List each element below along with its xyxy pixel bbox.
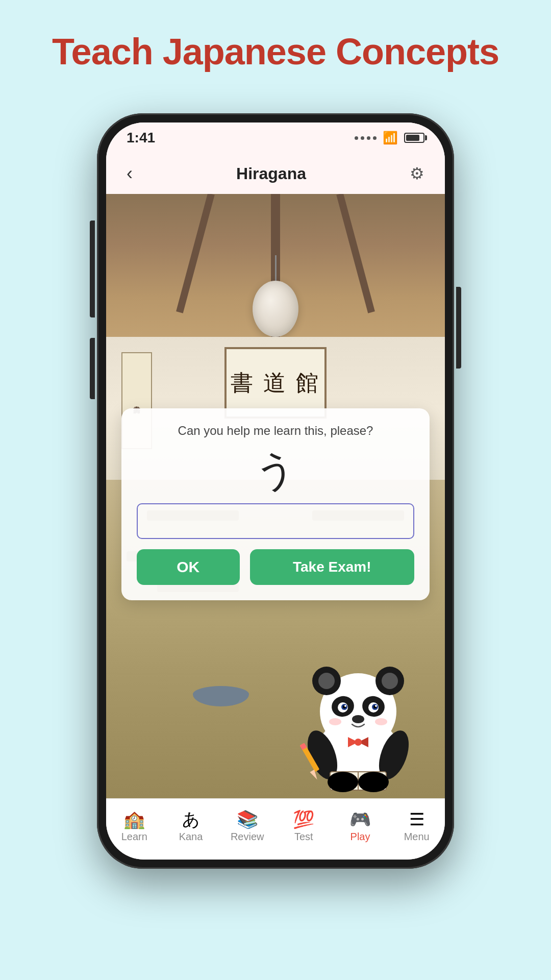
dialogue-box: Can you help me learn this, please? う OK… [121, 408, 430, 600]
lantern-string [275, 255, 277, 281]
page-title: Teach Japanese Concepts [52, 31, 499, 72]
panda-svg [292, 640, 424, 793]
svg-point-30 [358, 772, 389, 792]
content-area: 大書房品 書 道 館 [106, 194, 445, 798]
lantern-body [253, 281, 298, 337]
svg-point-5 [382, 673, 398, 689]
tab-menu[interactable]: ☰ Menu [388, 811, 445, 843]
tab-kana[interactable]: あ Kana [163, 811, 219, 843]
back-button[interactable]: ‹ [127, 163, 133, 184]
tab-review[interactable]: 📚 Review [219, 811, 276, 843]
japanese-character: う [137, 446, 414, 495]
svg-point-21 [355, 739, 362, 746]
beam-right [336, 194, 375, 313]
action-buttons: OK Take Exam! [137, 549, 414, 585]
ok-button[interactable]: OK [137, 549, 240, 585]
nav-title: Hiragana [236, 164, 306, 183]
settings-button[interactable]: ⚙ [410, 164, 424, 183]
dialogue-prompt: Can you help me learn this, please? [137, 424, 414, 438]
menu-label: Menu [404, 831, 430, 843]
cushion-1 [193, 686, 249, 706]
svg-point-17 [329, 718, 341, 725]
learn-icon: 🏫 [123, 811, 145, 828]
take-exam-button[interactable]: Take Exam! [250, 549, 414, 585]
svg-point-16 [352, 715, 364, 723]
status-icons: 📶 [355, 131, 424, 145]
wifi-icon: 📶 [383, 131, 398, 145]
lantern [253, 255, 298, 337]
svg-point-14 [344, 705, 346, 707]
tab-play[interactable]: 🎮 Play [332, 811, 389, 843]
tab-test[interactable]: 💯 Test [276, 811, 332, 843]
play-label: Play [350, 831, 370, 843]
learn-label: Learn [121, 831, 147, 843]
status-bar: 1:41 📶 [106, 122, 445, 153]
nav-bar: ‹ Hiragana ⚙ [106, 153, 445, 194]
signal-icon [355, 136, 377, 140]
svg-point-15 [375, 705, 377, 707]
review-label: Review [231, 831, 264, 843]
tab-learn[interactable]: 🏫 Learn [106, 811, 163, 843]
kana-icon: あ [182, 811, 200, 828]
beam-left [176, 194, 215, 313]
battery-icon [404, 133, 424, 143]
calligraphy-text: 書 道 館 [231, 368, 320, 398]
menu-icon: ☰ [409, 811, 424, 828]
calligraphy-frame: 書 道 館 [224, 347, 327, 419]
phone-device: 1:41 📶 ‹ Hiragana ⚙ [97, 113, 454, 869]
test-icon: 💯 [293, 811, 314, 828]
svg-point-3 [318, 673, 335, 689]
kana-label: Kana [179, 831, 203, 843]
svg-point-29 [328, 772, 358, 792]
panda-mascot [287, 630, 430, 793]
test-label: Test [294, 831, 313, 843]
play-icon: 🎮 [349, 811, 371, 828]
review-icon: 📚 [237, 811, 258, 828]
answer-input[interactable] [137, 503, 414, 539]
phone-screen: 1:41 📶 ‹ Hiragana ⚙ [106, 122, 445, 860]
status-time: 1:41 [127, 130, 155, 146]
svg-point-18 [375, 718, 387, 725]
tab-bar: 🏫 Learn あ Kana 📚 Review 💯 Test 🎮 Play ☰ [106, 798, 445, 860]
